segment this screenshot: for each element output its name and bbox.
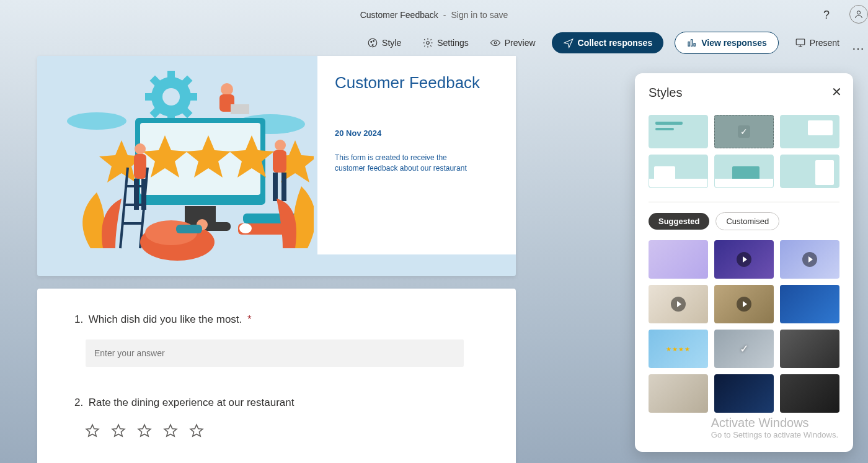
theme-6[interactable] [780,285,839,323]
svg-point-3 [373,40,374,42]
form-canvas: Customer Feedback 20 Nov 2024 This form … [37,56,516,463]
svg-point-2 [371,42,372,43]
svg-rect-8 [694,43,695,47]
tab-customised[interactable]: Customised [715,212,779,230]
star-1[interactable] [84,423,100,439]
question-number: 2. [74,397,86,409]
svg-rect-29 [231,104,249,114]
svg-point-4 [427,42,430,45]
title-separator: - [443,10,446,20]
star-3[interactable] [136,423,153,439]
layout-option-1[interactable] [649,115,708,148]
svg-point-10 [67,112,126,130]
account-avatar[interactable] [849,5,868,24]
check-icon: ✓ [738,125,750,138]
theme-3[interactable] [780,240,839,279]
svg-rect-35 [273,150,286,173]
present-button[interactable]: Present [790,34,844,52]
form-title-header: Customer Feedback [360,10,438,20]
svg-point-5 [494,42,497,44]
play-icon [671,297,686,312]
form-description: This form is created to receive the cust… [335,153,477,174]
theme-11[interactable] [714,374,774,413]
presentation-icon [795,37,806,48]
svg-rect-17 [145,93,154,101]
theme-grid: ★★★★ ✓ [649,240,839,413]
sign-in-link[interactable]: Sign in to save [451,10,508,20]
theme-9[interactable] [780,330,839,368]
style-button[interactable]: Style [362,34,406,52]
question-text: Which dish did you like the most. [89,313,242,325]
rating-stars [84,423,479,439]
svg-point-0 [857,11,860,14]
action-bar: Style Settings Preview Collect responses… [0,30,868,56]
play-icon [737,252,751,267]
gear-icon [422,37,433,48]
hero-illustration [47,62,314,267]
help-icon[interactable]: ? [823,9,830,22]
collect-responses-button[interactable]: Collect responses [552,32,664,53]
layout-option-4[interactable] [649,155,708,188]
svg-rect-18 [188,93,197,101]
answer-input-1[interactable] [86,339,464,367]
theme-1[interactable] [649,240,708,279]
theme-5[interactable] [714,285,774,323]
layout-option-5[interactable] [714,155,774,188]
form-header-card[interactable]: Customer Feedback 20 Nov 2024 This form … [37,56,516,276]
question-1[interactable]: 1. Which dish did you like the most. * [74,313,479,367]
theme-4[interactable] [649,285,708,323]
svg-rect-7 [691,40,693,47]
svg-rect-9 [796,39,805,45]
panel-divider [649,202,839,202]
svg-rect-15 [167,71,175,79]
svg-point-30 [135,143,146,155]
theme-10[interactable] [649,374,708,413]
svg-rect-46 [176,225,202,233]
title-bar: Customer Feedback - Sign in to save [0,0,868,30]
view-responses-button[interactable]: View responses [675,32,779,54]
play-icon [737,297,751,312]
palette-icon [367,37,378,48]
svg-rect-37 [281,173,286,201]
question-2[interactable]: 2. Rate the dining experience at our res… [74,397,479,439]
question-number: 1. [74,313,86,326]
form-meta[interactable]: Customer Feedback 20 Nov 2024 This form … [317,56,516,254]
question-text: Rate the dining experience at our restau… [89,397,294,408]
layout-option-6[interactable] [780,155,839,188]
theme-tabs: Suggested Customised [649,212,839,230]
check-icon: ✓ [740,342,749,356]
chart-icon [686,37,698,48]
form-title: Customer Feedback [335,73,498,92]
more-actions-button[interactable]: ⋯ [852,41,866,56]
settings-button[interactable]: Settings [417,34,474,52]
send-icon [563,37,574,48]
tab-suggested[interactable]: Suggested [649,213,709,230]
svg-rect-6 [688,42,689,47]
required-mark: * [247,313,252,325]
svg-point-27 [221,83,233,96]
questions-card: 1. Which dish did you like the most. * 2… [37,289,516,463]
svg-point-49 [239,223,252,233]
stars-icon: ★★★★ [666,346,691,353]
theme-8-selected[interactable]: ✓ [714,330,774,368]
close-icon[interactable]: ✕ [831,84,842,99]
svg-line-38 [120,168,128,248]
layout-option-3[interactable] [780,115,839,148]
panel-title: Styles [649,86,839,100]
layout-grid: ✓ [649,115,839,188]
theme-12[interactable] [780,374,839,413]
svg-point-14 [162,88,180,106]
svg-rect-36 [273,173,278,201]
star-4[interactable] [162,423,179,439]
play-icon [802,252,817,267]
styles-panel: Styles ✕ ✓ Suggested Customised ★ [635,73,853,452]
layout-option-2-selected[interactable]: ✓ [714,115,774,148]
star-5[interactable] [188,423,205,439]
eye-icon [490,37,501,48]
svg-point-34 [275,140,286,151]
theme-2[interactable] [714,240,774,279]
theme-7[interactable]: ★★★★ [649,330,708,368]
star-2[interactable] [110,423,126,439]
preview-button[interactable]: Preview [485,34,541,52]
svg-rect-31 [134,154,146,179]
